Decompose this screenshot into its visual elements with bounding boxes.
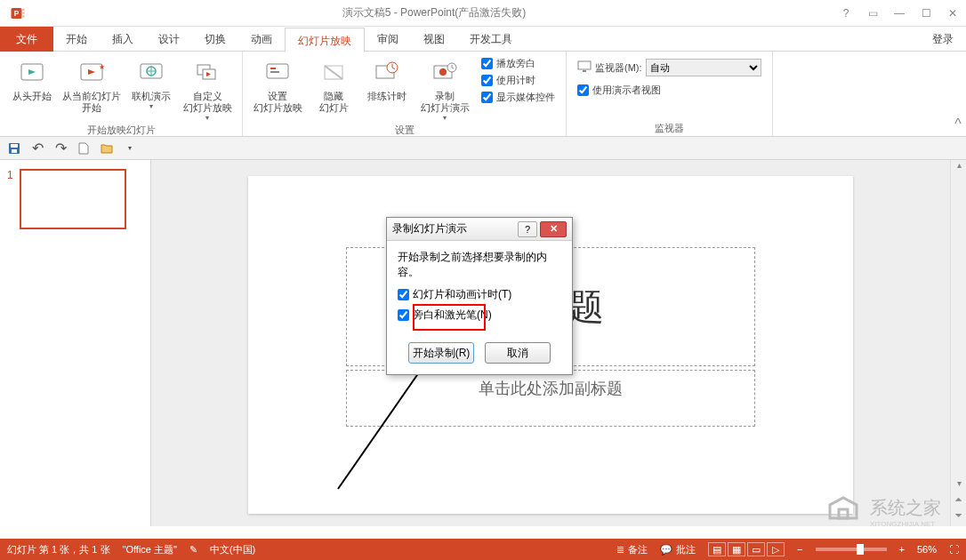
redo-icon[interactable]: ↷ [52,140,69,157]
present-online-icon [135,57,167,89]
group-monitors: 监视器 [574,120,765,136]
presenter-view-checkbox[interactable]: 使用演示者视图 [577,84,761,97]
subtitle-placeholder[interactable]: 单击此处添加副标题 [346,370,755,427]
fit-to-window-icon[interactable]: ⛶ [949,544,959,555]
use-timings-checkbox[interactable]: 使用计时 [481,74,555,87]
tab-login[interactable]: 登录 [920,27,966,52]
tab-transitions[interactable]: 切换 [192,27,238,52]
monitor-select[interactable]: 自动 [646,59,761,76]
window-title: 演示文稿5 - PowerPoint(产品激活失败) [36,5,833,20]
normal-view-icon[interactable]: ▤ [708,542,726,556]
tab-home[interactable]: 开始 [53,27,100,52]
custom-show-button[interactable]: 自定义 幻灯片放映 ▾ [180,55,235,122]
cancel-button[interactable]: 取消 [485,342,551,364]
chevron-down-icon: ▾ [443,114,447,122]
qat-dropdown-icon[interactable]: ▾ [121,140,139,157]
svg-rect-3 [22,12,25,13]
svg-rect-17 [270,71,279,73]
svg-text:P: P [14,10,20,18]
tab-review[interactable]: 审阅 [365,27,411,52]
play-narrations-checkbox[interactable]: 播放旁白 [481,57,555,70]
status-bar: 幻灯片 第 1 张，共 1 张 "Office 主题" ✎ 中文(中国) ≣ 备… [0,539,966,560]
group-start-slideshow: 开始放映幻灯片 [7,122,235,138]
timings-checkbox[interactable]: 幻灯片和动画计时(T) [398,287,561,302]
collapse-ribbon-icon[interactable]: ^ [950,52,966,136]
tab-animations[interactable]: 动画 [238,27,285,52]
tab-design[interactable]: 设计 [146,27,192,52]
record-icon [429,57,461,89]
new-file-icon[interactable] [75,140,93,157]
svg-rect-28 [11,144,18,148]
svg-rect-4 [22,15,25,17]
ribbon-tabs: 文件 开始 插入 设计 切换 动画 幻灯片放映 审阅 视图 开发工具 登录 [0,27,966,52]
spell-check-icon[interactable]: ✎ [189,544,197,556]
slide-thumbnail-1[interactable] [20,169,126,229]
zoom-in-icon[interactable]: + [899,544,905,555]
tab-slideshow[interactable]: 幻灯片放映 [285,28,365,52]
tab-view[interactable]: 视图 [411,27,457,52]
chevron-down-icon: ▾ [149,102,153,110]
vertical-scrollbar[interactable]: ▴ ▾ ⏶ ⏷ [950,160,966,526]
setup-slideshow-button[interactable]: 设置 幻灯片放映 [250,55,305,122]
rehearse-timings-button[interactable]: 排练计时 [362,55,412,122]
slideshow-view-icon[interactable]: ▷ [767,542,785,556]
zoom-level[interactable]: 56% [917,544,937,555]
play-from-start-icon [16,57,48,89]
svg-rect-29 [12,149,17,153]
reading-view-icon[interactable]: ▭ [747,542,765,556]
zoom-out-icon[interactable]: − [797,544,802,555]
from-beginning-button[interactable]: 从头开始 [7,55,57,122]
monitor-icon [577,60,592,75]
svg-rect-32 [839,509,848,518]
tab-developer[interactable]: 开发工具 [457,27,525,52]
group-setup: 设置 [250,122,559,138]
open-file-icon[interactable] [98,140,116,157]
notes-button[interactable]: ≣ 备注 [616,543,648,556]
show-media-controls-checkbox[interactable]: 显示媒体控件 [481,91,555,104]
dialog-close-icon[interactable]: ✕ [540,221,567,237]
svg-text:★: ★ [99,63,105,71]
start-recording-button[interactable]: 开始录制(R) [408,342,474,364]
close-icon[interactable]: ✕ [939,0,966,27]
svg-rect-25 [578,61,591,69]
maximize-icon[interactable]: ☐ [913,0,939,27]
save-icon[interactable] [5,140,23,157]
record-slideshow-button[interactable]: 录制 幻灯片演示 ▾ [415,55,474,122]
svg-text:XITONGZHIJIA.NET: XITONGZHIJIA.NET [870,520,935,528]
playback-options: 播放旁白 使用计时 显示媒体控件 [478,55,559,122]
rehearse-icon [371,57,403,89]
svg-point-23 [439,68,447,76]
ribbon-display-options-icon[interactable]: ▭ [859,0,886,27]
hide-slide-icon [318,57,350,89]
tab-insert[interactable]: 插入 [100,27,146,52]
hide-slide-button[interactable]: 隐藏 幻灯片 [309,55,358,122]
from-current-button[interactable]: ★ 从当前幻灯片 开始 [60,55,123,122]
dialog-title: 录制幻灯片演示 [392,221,515,236]
watermark: 系统之家 XITONGZHIJIA.NET [817,487,959,535]
comments-button[interactable]: 💬 批注 [660,543,696,556]
zoom-slider[interactable] [816,548,887,551]
svg-text:系统之家: 系统之家 [870,498,941,517]
slide-thumbnails-panel: 1 [0,160,151,526]
slide-count: 幻灯片 第 1 张，共 1 张 [7,543,110,556]
theme-name: "Office 主题" [123,543,177,556]
powerpoint-app-icon: P [5,1,30,26]
svg-rect-16 [270,68,276,69]
quick-access-toolbar: ↶ ↷ ▾ [0,137,966,160]
ribbon-body: 从头开始 ★ 从当前幻灯片 开始 联机演示 ▾ 自定义 幻灯片放映 ▾ 开始放映… [0,52,966,137]
tab-file[interactable]: 文件 [0,27,53,52]
record-slideshow-dialog: 录制幻灯片演示 ? ✕ 开始录制之前选择想要录制的内容。 幻灯片和动画计时(T)… [386,217,573,375]
help-icon[interactable]: ? [833,0,859,27]
dialog-help-icon[interactable]: ? [518,221,537,237]
minimize-icon[interactable]: — [886,0,913,27]
slide-number: 1 [7,169,16,229]
undo-icon[interactable]: ↶ [28,140,46,157]
monitor-label: 监视器(M): [595,61,642,75]
sorter-view-icon[interactable]: ▦ [728,542,745,556]
custom-show-icon [191,57,223,89]
chevron-down-icon: ▾ [205,114,209,122]
present-online-button[interactable]: 联机演示 ▾ [126,55,176,122]
scroll-up-icon[interactable]: ▴ [951,160,966,176]
narration-checkbox[interactable]: 旁白和激光笔(N) [398,308,561,323]
language[interactable]: 中文(中国) [210,543,255,556]
